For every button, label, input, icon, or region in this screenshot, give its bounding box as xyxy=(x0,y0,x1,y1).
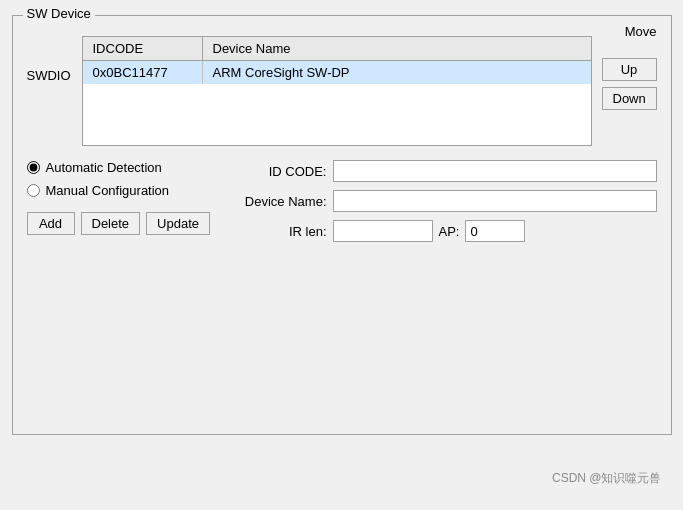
col-header-idcode: IDCODE xyxy=(83,37,203,60)
id-code-label: ID CODE: xyxy=(237,164,327,179)
device-name-row: Device Name: xyxy=(237,190,657,212)
swdio-label: SWDIO xyxy=(27,36,82,146)
right-section: ID CODE: Device Name: IR len: AP: xyxy=(227,160,657,242)
ap-input[interactable] xyxy=(465,220,525,242)
cell-devname: ARM CoreSight SW-DP xyxy=(203,61,591,84)
down-button[interactable]: Down xyxy=(602,87,657,110)
auto-detection-label: Automatic Detection xyxy=(46,160,162,175)
sw-device-group: SW Device Move SWDIO IDCODE Device Name … xyxy=(12,15,672,435)
auto-detection-row: Automatic Detection xyxy=(27,160,227,175)
device-table: IDCODE Device Name 0x0BC11477 ARM CoreSi… xyxy=(82,36,592,146)
move-buttons: Up Down xyxy=(602,36,657,146)
update-button[interactable]: Update xyxy=(146,212,210,235)
ap-label: AP: xyxy=(439,224,460,239)
ir-len-label: IR len: xyxy=(237,224,327,239)
table-header: IDCODE Device Name xyxy=(83,37,591,61)
table-container: SWDIO IDCODE Device Name 0x0BC11477 ARM … xyxy=(27,36,657,146)
ir-len-input[interactable] xyxy=(333,220,433,242)
move-label: Move xyxy=(625,24,657,39)
group-title: SW Device xyxy=(23,6,95,21)
action-buttons: Add Delete Update xyxy=(27,212,227,235)
auto-detection-radio[interactable] xyxy=(27,161,40,174)
manual-config-radio[interactable] xyxy=(27,184,40,197)
table-row[interactable]: 0x0BC11477 ARM CoreSight SW-DP xyxy=(83,61,591,84)
ir-len-row: IR len: AP: xyxy=(237,220,657,242)
device-name-input[interactable] xyxy=(333,190,657,212)
delete-button[interactable]: Delete xyxy=(81,212,141,235)
manual-config-label: Manual Configuration xyxy=(46,183,170,198)
id-code-row: ID CODE: xyxy=(237,160,657,182)
cell-idcode: 0x0BC11477 xyxy=(83,61,203,84)
id-code-input[interactable] xyxy=(333,160,657,182)
manual-config-row: Manual Configuration xyxy=(27,183,227,198)
up-button[interactable]: Up xyxy=(602,58,657,81)
bottom-section: Automatic Detection Manual Configuration… xyxy=(27,160,657,242)
col-header-devname: Device Name xyxy=(203,37,591,60)
left-section: Automatic Detection Manual Configuration… xyxy=(27,160,227,242)
watermark: CSDN @知识噬元兽 xyxy=(552,470,662,487)
device-name-field-label: Device Name: xyxy=(237,194,327,209)
add-button[interactable]: Add xyxy=(27,212,75,235)
